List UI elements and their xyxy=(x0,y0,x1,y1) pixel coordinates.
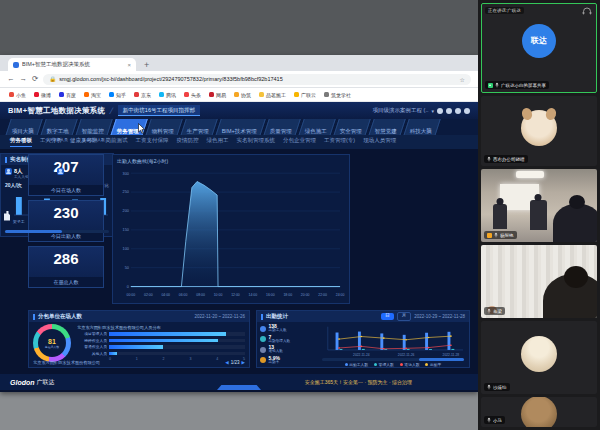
attendance-list-item: 5.9% 出勤率 xyxy=(260,356,316,365)
pager-prev-icon[interactable]: ◀ xyxy=(225,360,228,365)
header-icon-2[interactable] xyxy=(446,108,452,114)
date-range[interactable]: 2022-10-29 ~ 2022-11-28 xyxy=(414,314,465,319)
svg-text:08:00: 08:00 xyxy=(196,293,205,297)
header-icon-4[interactable] xyxy=(464,108,470,114)
nav-tab[interactable]: 绿色施工 xyxy=(297,119,336,135)
trade-chart-scrollbar[interactable] xyxy=(5,230,109,233)
avatar xyxy=(521,336,557,372)
svg-text:18:00: 18:00 xyxy=(283,293,292,297)
bookmark-star-icon[interactable]: ☆ xyxy=(460,76,465,83)
screen: BIM+智慧工地数据决策系统 × + ← → ⟳ 🔒 smgj.glodon.c… xyxy=(0,0,600,430)
chevron-down-icon[interactable]: ▾ xyxy=(431,108,434,114)
avatar xyxy=(521,397,557,427)
filter-month-button[interactable]: 月 xyxy=(397,312,412,321)
subnav-tab[interactable]: 工资支付保障 xyxy=(136,137,169,147)
attendance-trend-panel: 出勤统计 日 月 2022-10-29 ~ 2022-11-28 138 xyxy=(256,310,470,368)
bookmark-favicon-icon xyxy=(234,92,239,97)
subnav-tab[interactable]: 分包企业管理 xyxy=(283,137,316,147)
bookmark-item[interactable]: 广联云 xyxy=(294,92,316,98)
bookmark-item[interactable]: 百度 xyxy=(59,92,76,98)
pager-next-icon[interactable]: ▶ xyxy=(242,360,245,365)
bookmark-item[interactable]: 网易 xyxy=(209,92,226,98)
mic-icon xyxy=(494,232,498,238)
lock-icon: 🔒 xyxy=(49,76,56,82)
bookmark-item[interactable]: 协筑 xyxy=(234,92,251,98)
trend-chart-scrollbar[interactable] xyxy=(322,358,464,361)
stat-value: 286 xyxy=(29,250,103,267)
svg-text:150: 150 xyxy=(123,228,129,232)
pager-position: 1/23 xyxy=(231,360,240,365)
participant-name: 西右办公司晓晴 xyxy=(493,157,525,162)
attendance-list-item: 13 退场人数 xyxy=(260,345,316,354)
svg-text:2022-11-26: 2022-11-26 xyxy=(398,353,415,357)
dashboard-footer: Glodon 广联达 安全施工365天！安全第一 · 预防为主 · 综合治理 xyxy=(0,374,478,390)
nav-tab[interactable]: 生产管理 xyxy=(179,119,218,135)
video-tile-screen-share[interactable]: 正在讲话:广联达 联达 广联达小白的屏幕共享 xyxy=(481,3,597,93)
bookmark-item[interactable]: 知乎 xyxy=(109,92,126,98)
project-selector[interactable]: 项目级演示案例工程 (.. xyxy=(373,107,429,114)
bookmark-item[interactable]: 淘宝 xyxy=(84,92,101,98)
svg-text:250: 250 xyxy=(123,190,129,194)
address-bar[interactable]: 🔒 smgj.glodon.com/jxc-bi/dashboard/proje… xyxy=(43,74,471,85)
svg-text:04:00: 04:00 xyxy=(161,293,170,297)
company-name: 北京东方雨虹防水技术股份有限公司 xyxy=(33,360,100,365)
header-icon-3[interactable] xyxy=(455,108,461,114)
nav-tab[interactable]: 项目大脑 xyxy=(4,119,43,135)
subnav-tab[interactable]: 实名制管理系统 xyxy=(237,137,276,147)
forward-icon[interactable]: → xyxy=(20,75,28,83)
participant-name: 老梁 xyxy=(493,309,502,314)
bookmark-item[interactable]: 小鱼 xyxy=(9,92,26,98)
back-icon[interactable]: ← xyxy=(7,75,15,83)
footer-tab-decor xyxy=(217,385,261,390)
nav-tab[interactable]: 质量管理 xyxy=(262,119,301,135)
nav-tab[interactable]: BIM+技术管理 xyxy=(214,119,266,135)
browser-tab[interactable]: BIM+智慧工地数据决策系统 × xyxy=(8,58,136,71)
legend-dot xyxy=(260,357,266,363)
video-tile[interactable]: 杨智艳 xyxy=(481,169,597,242)
person-icon xyxy=(5,168,12,175)
date-range[interactable]: 2022-11-20 ~ 2022-11-26 xyxy=(195,314,246,319)
filter-day-button[interactable]: 日 xyxy=(381,313,394,320)
glodon-logo: Glodon xyxy=(10,379,35,386)
bookmark-favicon-icon xyxy=(159,92,164,97)
subnav-tab[interactable]: 岗前测试 xyxy=(106,137,128,147)
reload-icon[interactable]: ⟳ xyxy=(32,75,38,83)
nav-tab[interactable]: 数字工地 xyxy=(39,119,78,135)
subnav-tab[interactable]: 现场人员管理 xyxy=(363,137,396,147)
tab-close-icon[interactable]: × xyxy=(127,62,131,68)
nav-tab[interactable]: 智慧党建 xyxy=(367,119,406,135)
bookmark-item[interactable]: 品茗施工 xyxy=(259,92,286,98)
nav-tab[interactable]: 智能监控 xyxy=(74,119,113,135)
bookmark-item[interactable]: 腾讯 xyxy=(159,92,176,98)
svg-text:0: 0 xyxy=(127,285,129,289)
svg-text:22:00: 22:00 xyxy=(318,293,327,297)
bookmark-item[interactable]: 筑龙学社 xyxy=(324,92,351,98)
divider: / xyxy=(109,106,114,116)
bookmark-item[interactable]: 微博 xyxy=(34,92,51,98)
nav-tab[interactable]: 物料管理 xyxy=(144,119,183,135)
subcontractor-donut-chart: 81 总在场人数 xyxy=(33,324,71,362)
sub-nav: 劳务看板工人分析健康及考勤岗前测试工资支付保障疫情防控绿色用工实名制管理系统分包… xyxy=(0,135,478,149)
bookmark-favicon-icon xyxy=(209,92,214,97)
shift-count: 20人/次 xyxy=(5,182,22,188)
subnav-tab[interactable]: 疫情防控 xyxy=(177,137,199,147)
video-tile[interactable]: 老梁 xyxy=(481,245,597,318)
desktop-background xyxy=(0,0,478,55)
nav-tab[interactable]: 安全管理 xyxy=(332,119,371,135)
bookmark-favicon-icon xyxy=(34,92,39,97)
bookmark-favicon-icon xyxy=(9,92,14,97)
subnav-tab[interactable]: 绿色用工 xyxy=(207,137,229,147)
new-tab-button[interactable]: + xyxy=(144,60,149,70)
app-logo: BIM+智慧工地数据决策系统 xyxy=(8,106,105,116)
video-tile[interactable]: 西右办公司晓晴 xyxy=(481,96,597,166)
header-icon-1[interactable] xyxy=(437,108,443,114)
bookmark-item[interactable]: 头条 xyxy=(184,92,201,98)
video-tile[interactable]: 沙靖怡 xyxy=(481,321,597,394)
subnav-tab[interactable]: 工资管理(专) xyxy=(324,137,355,147)
nav-tab[interactable]: 科技大脑 xyxy=(402,119,441,135)
glodon-logo-cn: 广联达 xyxy=(37,378,55,387)
project-badge[interactable]: 新中街坊16号工程项目指挥部 xyxy=(118,105,200,116)
video-tile[interactable]: 小马 xyxy=(481,397,597,427)
headphones-icon xyxy=(582,7,592,15)
bookmark-item[interactable]: 京东 xyxy=(134,92,151,98)
